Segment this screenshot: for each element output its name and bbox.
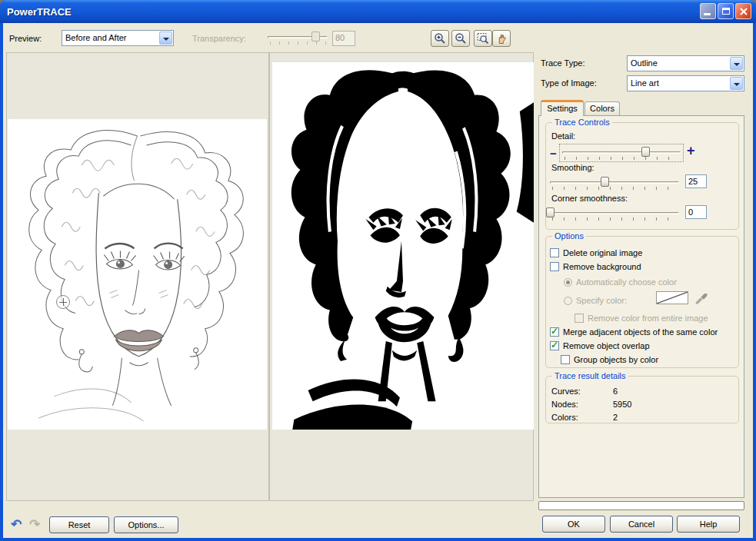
window-title: PowerTRACE [0, 6, 72, 18]
after-image[interactable] [272, 62, 534, 430]
checkbox-remove-object-overlap[interactable]: Remove object overlap [550, 340, 650, 351]
restore-button[interactable] [718, 3, 734, 19]
chevron-down-icon [734, 83, 740, 86]
detail-slider-thumb[interactable] [641, 147, 650, 157]
checkbox-box [574, 314, 584, 323]
detail-label: Detail: [551, 131, 575, 141]
tab-colors[interactable]: Colors [584, 101, 620, 116]
type-of-image-combo-button[interactable] [730, 77, 743, 90]
checkbox-remove-background[interactable]: Remove background [550, 261, 641, 272]
checkbox-box[interactable] [550, 327, 559, 337]
checkbox-merge-adjacent-objects[interactable]: Merge adjacent objects of the same color [550, 327, 718, 337]
zoom-out-icon [455, 32, 467, 45]
smoothing-value-field[interactable]: 25 [685, 174, 707, 188]
checkbox-box[interactable] [561, 355, 570, 364]
titlebar[interactable]: PowerTRACE [0, 0, 756, 23]
eyedropper-button [693, 289, 708, 304]
hand-icon [495, 32, 508, 45]
checkbox-box[interactable] [550, 341, 559, 350]
checkbox-label: Group objects by color [574, 355, 658, 364]
zoom-in-button[interactable] [431, 30, 449, 47]
type-of-image-label: Type of Image: [541, 78, 597, 88]
corner-value-field[interactable]: 0 [685, 205, 707, 219]
zoom-out-button[interactable] [451, 30, 470, 47]
smoothing-slider[interactable] [550, 177, 679, 191]
checkbox-label: Remove object overlap [563, 341, 650, 350]
pan-button[interactable] [492, 30, 511, 47]
checkbox-remove-color-entire-image: Remove color from entire image [574, 313, 708, 324]
options-caption: Options [552, 231, 586, 241]
checkbox-box[interactable] [550, 262, 559, 271]
slider-ticks [552, 217, 678, 221]
options-button[interactable]: Options... [114, 516, 178, 533]
minimize-button[interactable] [700, 3, 716, 19]
preview-area [6, 52, 534, 501]
zoom-to-fit-button[interactable] [474, 30, 492, 47]
curves-label: Curves: [551, 387, 581, 396]
slider-ticks [270, 41, 327, 45]
checkbox-group-objects-by-color[interactable]: Group objects by color [561, 354, 658, 365]
slider-ticks [552, 187, 678, 190]
preview-combo-button[interactable] [159, 32, 172, 45]
tab-settings[interactable]: Settings [541, 100, 584, 116]
checkbox-delete-original-image[interactable]: Delete original image [550, 247, 642, 258]
radio-circle [564, 278, 572, 287]
redo-button[interactable]: ↷ [26, 517, 43, 533]
checkbox-box[interactable] [550, 248, 559, 257]
slider-track [550, 212, 679, 214]
nodes-value: 5950 [613, 400, 631, 409]
corner-smoothness-label: Corner smoothness: [551, 194, 628, 203]
checkbox-label: Remove background [563, 262, 641, 271]
trace-controls-caption: Trace Controls [552, 118, 612, 127]
detail-slider[interactable] [562, 147, 681, 161]
corner-slider-thumb[interactable] [546, 207, 555, 217]
settings-tab-panel: Trace Controls Detail: − + Smoothing: 25… [538, 115, 744, 498]
dialog-body: Preview: Before and After Transparency: … [3, 23, 753, 538]
restore-icon [722, 8, 730, 15]
undo-button[interactable]: ↶ [8, 517, 25, 533]
ok-button[interactable]: OK [542, 516, 605, 533]
corner-smoothness-slider[interactable] [550, 207, 679, 221]
color-swatch [656, 291, 688, 304]
minimize-icon [704, 13, 711, 15]
preview-combo[interactable]: Before and After [62, 30, 174, 46]
before-image[interactable] [8, 119, 267, 430]
type-of-image-combo[interactable]: Line art [627, 75, 744, 91]
nodes-label: Nodes: [551, 400, 578, 409]
reset-button[interactable]: Reset [49, 516, 109, 533]
radio-automatically-choose-color: Automatically choose color [564, 277, 677, 287]
radio-specify-color: Specify color: [564, 295, 627, 306]
zoom-cursor-icon [56, 295, 70, 309]
radio-label: Automatically choose color [576, 277, 677, 287]
cancel-button[interactable]: Cancel [610, 516, 673, 533]
radio-label: Specify color: [576, 296, 627, 305]
no-color-diagonal [657, 292, 688, 304]
slider-track [550, 181, 679, 184]
powertrace-dialog: PowerTRACE Preview: Before and After Tra… [0, 0, 756, 541]
detail-plus[interactable]: + [687, 145, 695, 156]
redo-icon: ↷ [29, 518, 40, 532]
chevron-down-icon [734, 63, 740, 66]
colors-value: 2 [613, 413, 618, 422]
curves-value: 6 [613, 387, 618, 396]
preview-label: Preview: [9, 34, 42, 43]
help-button[interactable]: Help [677, 516, 740, 533]
undo-icon: ↶ [11, 518, 22, 532]
checkbox-label: Delete original image [563, 248, 642, 257]
trace-result-caption: Trace result details [552, 371, 628, 380]
close-button[interactable] [735, 3, 751, 19]
detail-minus[interactable]: − [550, 148, 557, 159]
checkbox-label: Remove color from entire image [588, 314, 708, 323]
after-portrait-trace [272, 62, 534, 430]
trace-type-combo-button[interactable] [730, 57, 743, 70]
before-portrait-sketch [8, 119, 267, 430]
preview-combo-value: Before and After [65, 31, 127, 45]
transparency-slider-thumb [311, 32, 320, 41]
checkbox-label: Merge adjacent objects of the same color [563, 327, 718, 337]
radio-circle [564, 297, 572, 305]
progress-bar [538, 501, 744, 510]
chevron-down-icon [163, 38, 169, 41]
trace-type-combo[interactable]: Outline [627, 55, 744, 71]
trace-type-label: Trace Type: [541, 58, 584, 68]
smoothing-slider-thumb[interactable] [601, 177, 609, 187]
